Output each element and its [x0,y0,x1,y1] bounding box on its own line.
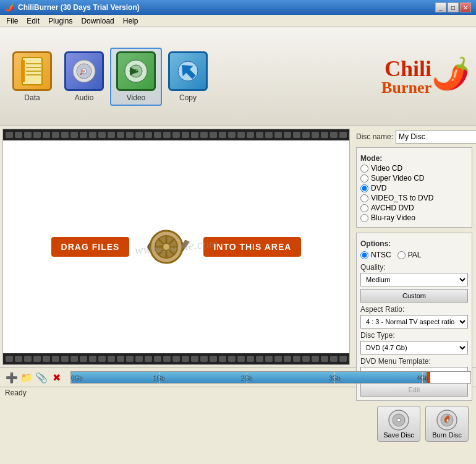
main-content: www.DuoTe.com [0,126,476,367]
maximize-button[interactable]: □ [448,2,459,12]
disc-type-select[interactable]: DVD (4.7 Gb) DVD (8.5 Gb) [360,341,468,354]
label-3gb: 3Gb [329,375,341,382]
bluray-label[interactable]: Blu-ray Video [371,213,415,222]
mode-title: Mode: [360,154,468,163]
close-button[interactable]: ✕ [460,2,471,12]
radio-videots: VIDEO_TS to DVD [360,194,468,202]
save-disc-button[interactable]: Save Disc [377,406,420,442]
menu-download[interactable]: Download [77,16,117,26]
data-label: Data [24,93,40,102]
app-title: ChiliBurner (30 Days Trial Version) [18,3,140,12]
menubar: File Edit Plugins Download Help [0,15,476,27]
chili-pepper-icon: 🌶️ [431,56,470,92]
data-notebook-svg [20,56,45,86]
save-disc-label: Save Disc [383,431,414,439]
radio-videocd: Video CD [360,164,468,173]
toolbar-video-button[interactable]: ▶ Video [110,48,162,106]
custom-button[interactable]: Custom [360,289,468,303]
svg-point-29 [397,418,401,422]
svcd-label[interactable]: Super Video CD [371,174,425,183]
burn-disc-label: Burn Disc [432,431,462,439]
film-strip-top [3,129,349,140]
logo-burner: Burner [381,80,431,96]
data-icon [12,51,52,91]
radio-svcd: Super Video CD [360,174,468,183]
copy-icon [168,51,208,91]
action-buttons: Save Disc Burn Disc [356,403,472,444]
disc-name-input[interactable] [396,130,476,144]
svg-rect-1 [21,60,25,82]
menu-help[interactable]: Help [119,16,142,26]
label-1gb: 1Gb [153,375,165,382]
avchd-label[interactable]: AVCHD DVD [371,204,414,212]
audio-label: Audio [75,93,94,102]
app-icon: 🌶️ [5,3,14,12]
drop-area[interactable]: www.DuoTe.com [2,129,350,365]
drag-files-label: DRAG FILES [51,237,130,257]
dvd-menu-label: DVD Menu Template: [360,357,468,366]
menu-file[interactable]: File [2,16,22,26]
copy-label: Copy [179,93,197,102]
label-0gb: 0Gb [71,375,83,382]
quality-label-row: Quality: [360,263,468,272]
burn-disc-button[interactable]: Burn Disc [425,406,469,442]
dvd-label[interactable]: DVD [371,184,386,192]
titlebar: 🌶️ ChiliBurner (30 Days Trial Version) _… [0,0,476,15]
video-icon: ▶ [116,51,156,91]
disc-name-label: Disc name: [356,132,393,141]
audio-icon: ♪ [64,51,104,91]
ntsc-pal-row: NTSC PAL [360,249,468,260]
remove-icon[interactable]: ✖ [49,371,63,384]
film-holes-bottom [6,356,350,362]
toolbar-edit-icons: ➕ 📁 📎 ✖ [5,371,63,384]
add-icon[interactable]: ➕ [5,371,19,384]
folder-icon[interactable]: 📁 [20,371,33,384]
film-holes-top [6,132,350,138]
videots-label[interactable]: VIDEO_TS to DVD [371,194,433,202]
menu-plugins[interactable]: Plugins [45,16,76,26]
video-disc-svg: ▶ [122,58,150,85]
toolbar-audio-button[interactable]: ♪ Audio [58,48,110,106]
aspect-ratio-select[interactable]: 4 : 3 - Normal TV aspect ratio 16 : 9 - … [360,315,468,329]
radio-pal: PAL [397,251,422,259]
quality-row: Medium Low High [360,273,468,286]
logo-area: Chili Burner 🌶️ [369,58,470,96]
progress-bar: 0Gb 1Gb 2Gb 3Gb 4Gb [70,371,471,384]
save-disc-icon [388,409,410,431]
ntsc-label[interactable]: NTSC [371,251,391,259]
into-area-label: INTO THIS AREA [203,237,301,257]
logo-chili: Chili [385,58,431,80]
radio-ntsc: NTSC [360,251,391,259]
radio-dvd: DVD [360,184,468,192]
status-text: Ready [5,389,27,397]
label-4gb: 4Gb [417,375,428,382]
toolbar-data-button[interactable]: Data [6,48,58,106]
toolbar-copy-button[interactable]: Copy [162,48,214,106]
minimize-button[interactable]: _ [435,2,446,12]
edit-btn-row: Edit [360,383,468,397]
menu-edit[interactable]: Edit [23,16,43,26]
quality-select[interactable]: Medium Low High [360,273,468,286]
film-strip-bottom [3,353,349,364]
pal-label[interactable]: PAL [408,251,422,259]
right-panel: Disc name: Mode: Video CD Super Video CD… [352,126,476,367]
disc-type-row: Disc Type: DVD (4.7 Gb) DVD (8.5 Gb) [360,331,468,354]
aspect-ratio-row: Aspect Ratio: 4 : 3 - Normal TV aspect r… [360,305,468,329]
custom-btn-row: Custom [360,289,468,303]
disc-name-row: Disc name: [356,130,472,144]
options-title: Options: [360,239,468,248]
mode-group: Mode: Video CD Super Video CD DVD VIDEO_… [356,147,472,228]
svg-text:♪: ♪ [79,66,84,77]
edit-button[interactable]: Edit [360,383,468,397]
clip-icon[interactable]: 📎 [35,371,48,384]
toolbar: Data ♪ Audio ▶ Video [0,27,476,126]
videocd-label[interactable]: Video CD [371,164,402,173]
audio-cd-svg: ♪ [70,58,98,85]
copy-arrow-svg [174,58,202,85]
titlebar-left: 🌶️ ChiliBurner (30 Days Trial Version) [5,3,140,12]
drag-drop-area: DRAG FILES INTO THIS [51,222,302,272]
video-label: Video [127,93,145,102]
svg-text:▶: ▶ [130,64,138,77]
quality-label: Quality: [360,263,386,272]
titlebar-controls: _ □ ✕ [435,2,471,12]
